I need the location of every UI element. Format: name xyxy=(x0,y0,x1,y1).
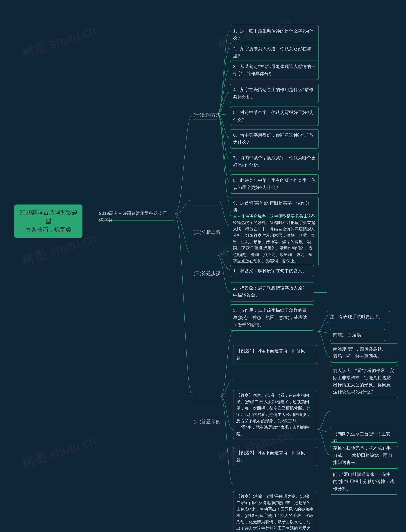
watermark: 树图 shutu.cn xyxy=(20,22,98,62)
b3-item-2[interactable]: 2、描景象：展开联想把该字放入原句中描述景象。 xyxy=(230,282,314,302)
b1-item-2[interactable]: 2、某字历来为人称道，你认为它好在哪里? xyxy=(230,43,319,62)
branch-3-label[interactable]: (三)答题步骤 xyxy=(194,270,220,277)
b4-ex2-title[interactable]: 【例题2】阅读下面这首诗，回答问题。 xyxy=(233,447,317,466)
branch-2-label[interactable]: (二)分析思路 xyxy=(194,229,220,235)
mindmap-canvas: { "watermark": "树图 shutu.cn", "root": { … xyxy=(0,0,406,532)
b4-ans2[interactable]: 【答案】(步骤一)"排"是闯进之意。(步骤二)两山迫不及待地"闯"进门来，把苍翠… xyxy=(233,491,317,532)
b1-item-7[interactable]: 7、诗句中某个字换成某字，你认为哪个更好?试作分析。 xyxy=(230,152,319,171)
b4-ans1[interactable]: 【答案】同意。(步骤一)看，在诗中指回望。(步骤二)离人孤独地走了，还频频回望，… xyxy=(233,390,317,440)
b1-item-1[interactable]: 1、这一联中最生动传神的是什么字?为什么? xyxy=(230,25,319,44)
b1-item-9b[interactable]: 9、这首诗(某句)的诗眼是某字，试作分析。 xyxy=(230,197,319,216)
b3-item-1[interactable]: 1、释含义：解释该字在句中的含义。 xyxy=(230,265,314,277)
b1-item-5[interactable]: 5、对诗中某个字，你认为写得好不好?为什么? xyxy=(230,106,319,126)
branch-1-label[interactable]: (一)设问方式 xyxy=(194,112,220,118)
root-line2: 答题技巧：炼字类 xyxy=(19,225,78,234)
b4-ex2-l2[interactable]: 茅檐长扫静无苔，花木成畦手自栽。 一水护田将绿绕，两山排闼送青来。 xyxy=(330,442,398,468)
b2-content[interactable]: 古人作诗讲究炼字，这种题型是要求品味这些经锤炼的字的妙处。答题时不能把该字孤立起… xyxy=(230,211,319,266)
branch-4-label[interactable]: (四)答题示例： xyxy=(194,419,225,425)
b4-ex1-l1[interactable]: 南浦别 白居易 xyxy=(330,329,385,341)
subtitle-node[interactable]: 2019高考古诗词鉴赏题型答题技巧：炼字类 xyxy=(99,210,174,223)
b4-ex2-l3[interactable]: 问："两山排闼送青来" 一句中的"排"字用得十分精妙传神，试作分析。 xyxy=(330,468,398,495)
b4-ex1-l2[interactable]: 南浦凄凄别，西风袅袅秋。 一看肠一断，好去莫回头。 xyxy=(330,343,398,362)
b3-item-3[interactable]: 3、点作用：点出该字描绘了怎样的景象(姿态、神态、氛围、意境)，或表达了怎样的感… xyxy=(230,304,314,331)
b4-ex1-title[interactable]: 【例题1】阅读下面这首诗，回答问题。 xyxy=(233,345,317,364)
b1-item-3[interactable]: 3、从某句诗中找出最能体现诗人感情的一个字，并作具体分析。 xyxy=(230,61,319,80)
b1-item-6[interactable]: 6、诗中某字用得好，你同意这种说法吗?为什么? xyxy=(230,129,319,149)
root-line1: 2019高考古诗词鉴赏题型 xyxy=(19,208,78,225)
b3-note[interactable]: 注：有表现手法时要点出。 xyxy=(327,311,390,323)
watermark: 树图 shutu.cn xyxy=(20,433,98,472)
b1-item-4[interactable]: 4、某字在表情达意上的作用是什么?请作具体分析。 xyxy=(230,84,319,103)
root-node[interactable]: 2019高考古诗词鉴赏题型 答题技巧：炼字类 xyxy=(14,205,82,238)
b1-item-8[interactable]: 8、此诗某句中某个字有的版本作某字，你认为哪个更好?为什么? xyxy=(230,174,319,194)
b4-ex1-l3[interactable]: 前人认为，"看"字看似平常，实际上非常传神，它能真切透露出抒情主人公的形象。你同… xyxy=(330,365,398,398)
